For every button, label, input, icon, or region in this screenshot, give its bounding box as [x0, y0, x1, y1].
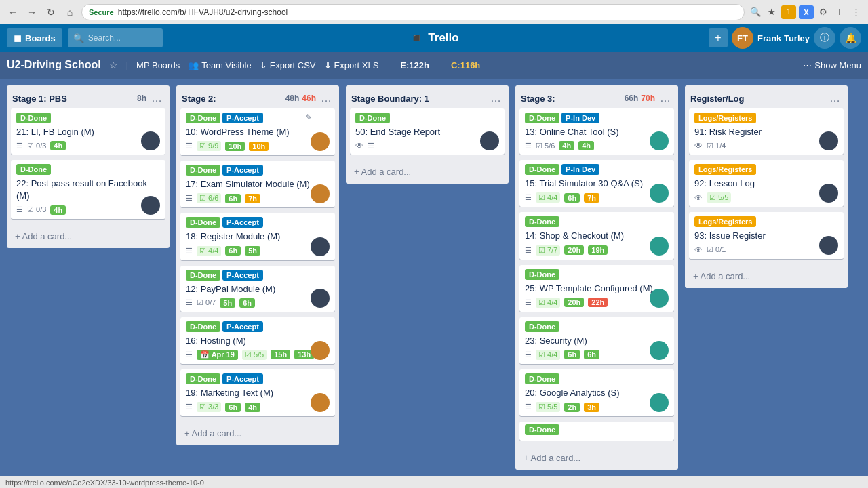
card-meta-22: ☰ ☑ 0/3 4h: [16, 205, 160, 215]
card-21[interactable]: D-Done 21: LI, FB Login (M) ☰ ☑ 0/3 4h: [11, 108, 165, 155]
card-18[interactable]: D-Done P-Accept 18: Register Module (M) …: [180, 213, 335, 260]
menu-icon[interactable]: ⋮: [849, 5, 863, 19]
list-menu-button-stage2[interactable]: …: [319, 91, 334, 106]
card-done-extra[interactable]: D-Done: [519, 422, 674, 441]
card-15[interactable]: D-Done P-In Dev 15: Trial Simulator 30 Q…: [519, 160, 674, 207]
card-labels-14: D-Done: [525, 216, 669, 227]
timer-current: C:116h: [451, 60, 480, 70]
card-labels-92: Logs/Registers: [694, 164, 838, 175]
list-stage2: Stage 2: 48h 46h … D-Done P-Accept 10: W…: [176, 85, 339, 445]
board-title[interactable]: U2-Driving School: [7, 59, 101, 71]
list-title-stage2: Stage 2:: [182, 94, 285, 104]
plus-button[interactable]: +: [709, 28, 728, 47]
add-card-stage3[interactable]: + Add a card...: [519, 450, 674, 466]
back-button[interactable]: ←: [5, 5, 20, 20]
label-accept-10: P-Accept: [222, 113, 263, 123]
avatar-14: [650, 237, 669, 256]
edit-icon-10[interactable]: ✎: [305, 113, 312, 122]
card-50[interactable]: D-Done 50: End Stage Report 👁 ☰: [350, 108, 505, 155]
card-title-25: 25: WP Template Configured (M): [525, 283, 669, 295]
status-bar: https://trello.com/c/aCe2eXDX/33-10-word…: [0, 476, 868, 488]
ext3-icon[interactable]: ⚙: [816, 5, 830, 19]
description-19: ☰: [186, 403, 193, 411]
card-meta-21: ☰ ☑ 0/3 4h: [16, 141, 160, 150]
mp-boards-link[interactable]: MP Boards: [136, 60, 180, 70]
list-menu-button-stage3[interactable]: …: [658, 91, 673, 106]
list-title-stage1: Stage 1: PBS: [12, 94, 137, 104]
user-name[interactable]: Frank Turley: [757, 33, 810, 43]
add-card-boundary1[interactable]: + Add a card...: [350, 164, 505, 180]
label-done-15: D-Done: [525, 164, 559, 175]
card-92[interactable]: Logs/Registers 92: Lesson Log 👁 ☑ 5/5: [689, 160, 844, 207]
show-menu-label: Show Menu: [814, 60, 861, 70]
forward-button[interactable]: →: [24, 5, 39, 20]
list-menu-button-boundary1[interactable]: …: [488, 91, 503, 106]
card-19[interactable]: D-Done P-Accept 19: Marketing Text (M) ☰…: [180, 369, 335, 416]
star-icon[interactable]: ★: [765, 5, 778, 19]
card-labels-12: D-Done P-Accept: [186, 270, 330, 281]
top-nav: ◼ Boards 🔍 ◾ Trello + FT Frank Turley ⓘ …: [0, 24, 868, 52]
card-20[interactable]: D-Done 20: Google Analytics (S) ☰ ☑ 5/5 …: [519, 369, 674, 416]
label-accept-12: P-Accept: [222, 270, 263, 281]
card-10[interactable]: D-Done P-Accept 10: WordPress Theme (M) …: [180, 108, 335, 155]
ext1-icon[interactable]: 1: [781, 5, 796, 19]
label-accept-18: P-Accept: [222, 217, 263, 228]
card-16[interactable]: D-Done P-Accept 16: Hosting (M) ☰ 📅 Apr …: [180, 317, 335, 364]
ext2-icon[interactable]: X: [799, 5, 814, 19]
avatar-25: [650, 289, 669, 308]
card-93[interactable]: Logs/Registers 93: Issue Register 👁 ☑ 0/…: [689, 212, 844, 258]
search-bar[interactable]: 🔍: [68, 28, 163, 47]
home-button[interactable]: ⌂: [62, 5, 77, 20]
add-card-stage2[interactable]: + Add a card...: [180, 426, 335, 441]
search-icon: 🔍: [73, 33, 84, 43]
card-25[interactable]: D-Done 25: WP Template Configured (M) ☰ …: [519, 265, 674, 312]
time-est-16: 15h: [271, 350, 290, 359]
card-14[interactable]: D-Done 14: Shop & Checkout (M) ☰ ☑ 7/7 2…: [519, 212, 674, 259]
search-input[interactable]: [88, 33, 157, 43]
refresh-button[interactable]: ↻: [43, 5, 58, 20]
card-title-16: 16: Hosting (M): [186, 335, 330, 347]
card-meta-25: ☰ ☑ 4/4 20h 22h: [525, 298, 669, 308]
team-visible-item[interactable]: 👥 Team Visible: [188, 60, 251, 70]
card-meta-16: ☰ 📅 Apr 19 ☑ 5/5 15h 13h: [186, 350, 330, 360]
time-spent-23: 6h: [584, 350, 599, 359]
label-done-13: D-Done: [525, 113, 559, 123]
avatar-22: [141, 196, 160, 215]
add-card-stage1[interactable]: + Add a card...: [11, 228, 165, 244]
description-25: ☰: [525, 298, 532, 307]
export-xls-btn[interactable]: ⇓ Export XLS: [324, 60, 379, 70]
export-csv-btn[interactable]: ⇓ Export CSV: [260, 60, 316, 70]
list-menu-button-stage1[interactable]: …: [149, 91, 164, 106]
card-91[interactable]: Logs/Registers 91: Risk Register 👁 ☑ 1/4: [689, 108, 844, 155]
card-13[interactable]: D-Done P-In Dev 13: Online Chat Tool (S)…: [519, 108, 674, 155]
time-spent-12: 6h: [239, 298, 255, 308]
card-23[interactable]: D-Done 23: Security (M) ☰ ☑ 4/4 6h 6h: [519, 317, 674, 364]
search-icon[interactable]: 🔍: [749, 5, 762, 19]
add-card-registerlog[interactable]: + Add a card...: [689, 268, 844, 284]
list-menu-button-registerlog[interactable]: …: [827, 91, 842, 106]
info-button[interactable]: ⓘ: [814, 27, 835, 49]
label-done-10: D-Done: [186, 113, 220, 123]
card-12[interactable]: D-Done P-Accept 12: PayPal Module (M) ☰ …: [180, 266, 335, 312]
label-accept-19: P-Accept: [222, 373, 263, 384]
time-est-23: 6h: [564, 350, 580, 359]
card-22[interactable]: D-Done 22: Post pass result on Facebook …: [11, 160, 165, 218]
ext4-icon[interactable]: T: [833, 5, 846, 19]
show-menu-button[interactable]: ⋯ Show Menu: [803, 60, 861, 70]
time-spent-15: 7h: [584, 193, 599, 203]
address-bar[interactable]: Secure https://trello.com/b/TIFVAJH8/u2-…: [81, 4, 745, 20]
eye-icon-93: 👁: [694, 245, 703, 255]
label-done-18: D-Done: [186, 217, 220, 228]
notifications-button[interactable]: 🔔: [840, 27, 861, 49]
boards-button[interactable]: ◼ Boards: [7, 28, 62, 47]
time-est-14: 20h: [564, 245, 584, 255]
star-button[interactable]: ☆: [109, 60, 118, 70]
avatar[interactable]: FT: [732, 27, 753, 49]
list-total-stage3-spent: 70h: [641, 94, 655, 103]
eye-icon-92: 👁: [694, 193, 703, 203]
time-est-15: 6h: [564, 193, 580, 203]
card-17[interactable]: D-Done P-Accept 17: Exam Simulator Modul…: [180, 161, 335, 207]
trello-logo-text: Trello: [428, 31, 458, 45]
time-est-19: 6h: [225, 403, 241, 412]
team-visible-label: Team Visible: [201, 60, 251, 70]
